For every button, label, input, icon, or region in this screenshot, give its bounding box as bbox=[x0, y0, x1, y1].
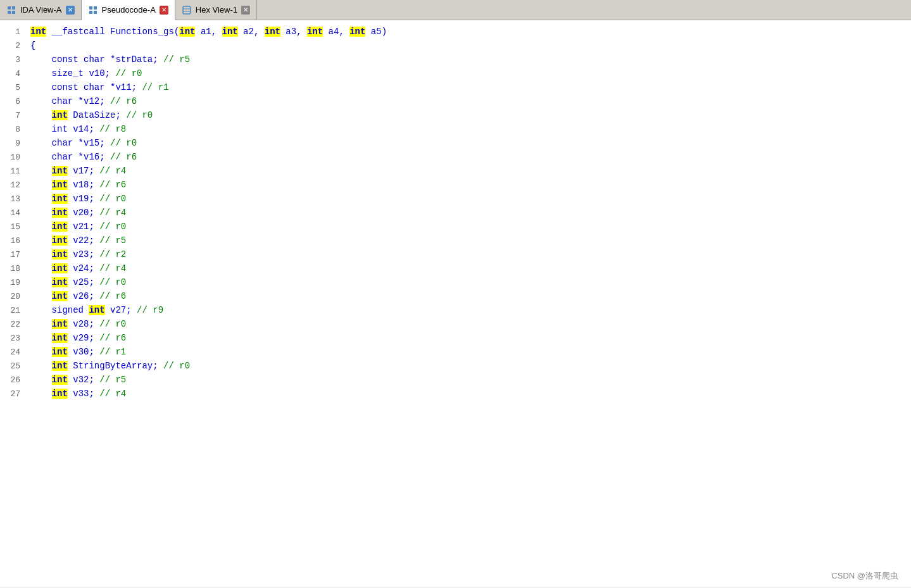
keyword-int: int bbox=[52, 291, 68, 301]
code-line: 25 int StringByteArray; // r0 bbox=[0, 360, 911, 373]
line-content: size_t v10; // r0 bbox=[27, 67, 142, 80]
line-number: 10 bbox=[0, 152, 27, 164]
tab-hex-view-1[interactable]: Hex View-1✕ bbox=[175, 0, 257, 20]
code-line: 21 signed int v27; // r9 bbox=[0, 304, 911, 318]
code-text: v33; bbox=[68, 389, 99, 399]
code-text: v27; bbox=[105, 305, 137, 315]
comment-text: // r4 bbox=[99, 263, 126, 273]
code-line: 18 int v24; // r4 bbox=[0, 262, 911, 276]
code-line: 13 int v19; // r0 bbox=[0, 192, 911, 206]
line-content: int v21; // r0 bbox=[27, 220, 126, 233]
keyword-int: int bbox=[52, 249, 68, 260]
line-number: 11 bbox=[0, 166, 27, 178]
line-content: int v30; // r1 bbox=[27, 346, 126, 358]
line-number: 4 bbox=[0, 68, 27, 80]
code-line: 5 const char *v11; // r1 bbox=[0, 81, 911, 95]
keyword-int: int bbox=[52, 347, 68, 357]
line-content: int DataSize; // r0 bbox=[27, 109, 153, 122]
line-content: const char *v11; // r1 bbox=[27, 81, 168, 94]
tab-ida-view-a[interactable]: IDA View-A✕ bbox=[0, 0, 82, 20]
code-text: signed bbox=[30, 305, 89, 315]
code-text: v30; bbox=[68, 347, 99, 357]
line-number: 8 bbox=[0, 124, 27, 136]
code-text bbox=[30, 361, 52, 371]
line-content: int StringByteArray; // r0 bbox=[27, 360, 190, 372]
code-text: v19; bbox=[68, 194, 99, 204]
code-text bbox=[30, 389, 52, 399]
code-text: char *v16; bbox=[30, 152, 110, 162]
code-panel: 1int __fastcall Functions_gs(int a1, int… bbox=[0, 20, 911, 587]
line-number: 2 bbox=[0, 41, 27, 53]
code-line: 11 int v17; // r4 bbox=[0, 165, 911, 178]
line-content: int v19; // r0 bbox=[27, 192, 126, 205]
comment-text: // r0 bbox=[115, 68, 142, 78]
line-content: int v26; // r6 bbox=[27, 290, 126, 303]
circle-icon bbox=[182, 5, 192, 15]
code-text: StringByteArray; bbox=[68, 361, 163, 371]
tab-label: Pseudocode-A bbox=[102, 5, 156, 15]
line-content: signed int v27; // r9 bbox=[27, 304, 163, 316]
tab-close-button[interactable]: ✕ bbox=[66, 6, 75, 15]
code-text: char *v15; bbox=[30, 138, 110, 148]
code-text: char *v12; bbox=[30, 96, 110, 106]
code-line: 4 size_t v10; // r0 bbox=[0, 67, 911, 81]
comment-text: // r2 bbox=[99, 249, 126, 260]
code-text bbox=[30, 194, 52, 204]
code-text: a5) bbox=[365, 27, 387, 37]
keyword-int: int bbox=[265, 27, 280, 37]
svg-rect-1 bbox=[12, 6, 15, 9]
code-text: a2, bbox=[238, 27, 265, 37]
code-line: 7 int DataSize; // r0 bbox=[0, 109, 911, 123]
comment-text: // r0 bbox=[163, 361, 190, 371]
line-number: 23 bbox=[0, 333, 27, 345]
line-content: char *v15; // r0 bbox=[27, 137, 137, 149]
keyword-int: int bbox=[52, 375, 68, 385]
code-line: 24 int v30; // r1 bbox=[0, 346, 911, 360]
tab-close-button[interactable]: ✕ bbox=[160, 6, 168, 15]
line-content: int v20; // r4 bbox=[27, 206, 126, 219]
line-content: int v14; // r8 bbox=[27, 123, 126, 135]
line-number: 3 bbox=[0, 54, 27, 66]
code-text bbox=[30, 263, 52, 273]
svg-rect-3 bbox=[12, 11, 15, 14]
line-number: 9 bbox=[0, 138, 27, 150]
tab-pseudocode-a[interactable]: Pseudocode-A✕ bbox=[82, 0, 175, 20]
line-content: { bbox=[27, 39, 35, 52]
comment-text: // r1 bbox=[99, 347, 126, 357]
keyword-int: int bbox=[52, 208, 68, 218]
code-text: size_t v10; bbox=[30, 68, 115, 78]
grid-icon bbox=[88, 5, 98, 15]
line-content: char *v16; // r6 bbox=[27, 151, 137, 163]
line-number: 12 bbox=[0, 180, 27, 192]
code-text: v28; bbox=[68, 319, 99, 329]
code-text: const char *strData; bbox=[30, 54, 163, 65]
line-number: 5 bbox=[0, 82, 27, 94]
comment-text: // r0 bbox=[99, 194, 126, 204]
line-content: int v23; // r2 bbox=[27, 248, 126, 261]
code-text: __fastcall Functions_gs( bbox=[46, 27, 179, 37]
line-number: 22 bbox=[0, 319, 27, 331]
tab-close-button[interactable]: ✕ bbox=[241, 6, 250, 15]
keyword-int: int bbox=[89, 305, 104, 315]
svg-rect-5 bbox=[94, 6, 97, 9]
code-text bbox=[30, 110, 52, 120]
comment-text: // r4 bbox=[99, 208, 126, 218]
keyword-int: int bbox=[52, 235, 68, 246]
code-text: const char *v11; bbox=[30, 82, 142, 92]
keyword-int: int bbox=[349, 27, 365, 37]
watermark: CSDN @洛哥爬虫 bbox=[831, 570, 898, 582]
line-number: 21 bbox=[0, 305, 27, 317]
line-number: 20 bbox=[0, 291, 27, 303]
line-number: 6 bbox=[0, 96, 27, 108]
line-content: int v24; // r4 bbox=[27, 262, 126, 275]
code-text: a3, bbox=[280, 27, 307, 37]
line-content: int v17; // r4 bbox=[27, 165, 126, 177]
line-number: 25 bbox=[0, 361, 27, 373]
svg-rect-8 bbox=[183, 6, 191, 14]
comment-text: // r6 bbox=[99, 291, 126, 301]
code-text bbox=[30, 208, 52, 218]
code-text: DataSize; bbox=[68, 110, 126, 120]
code-text: v20; bbox=[68, 208, 99, 218]
code-text: { bbox=[30, 41, 35, 51]
code-text bbox=[30, 277, 52, 287]
